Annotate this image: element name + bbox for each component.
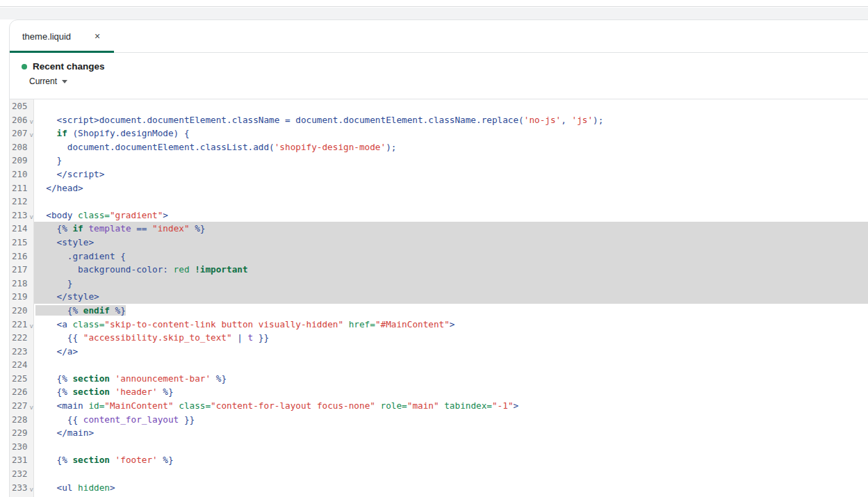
code-line-content[interactable] xyxy=(34,99,868,113)
code-line-content[interactable]: <main id="MainContent" class="content-fo… xyxy=(34,399,868,413)
line-number: 215 xyxy=(12,237,27,247)
editor-card: theme.liquid × Recent changes Current 20… xyxy=(9,19,868,497)
code-line-content[interactable]: {{ "accessibility.skip_to_text" | t }} xyxy=(34,331,868,345)
line-gutter: 219 xyxy=(10,290,34,304)
line-number: 225 xyxy=(12,373,27,384)
code-line-content[interactable]: <style> xyxy=(34,236,868,250)
code-line-content[interactable] xyxy=(34,358,868,372)
line-gutter: 213v xyxy=(10,209,34,222)
code-line-content[interactable]: <ul hidden> xyxy=(34,481,868,495)
line-number: 224 xyxy=(12,359,27,370)
code-line: 231 {% section 'footer' %} xyxy=(10,453,868,467)
code-line: 223 </a> xyxy=(10,345,868,359)
line-gutter: 217 xyxy=(10,263,34,277)
tab-close-icon[interactable]: × xyxy=(95,31,100,41)
line-gutter: 205 xyxy=(10,99,34,113)
line-gutter: 230 xyxy=(10,440,34,454)
line-gutter: 221v xyxy=(10,318,34,332)
code-line-content[interactable]: } xyxy=(34,277,868,291)
line-number: 214 xyxy=(12,223,27,234)
code-line-content[interactable]: {% section 'footer' %} xyxy=(34,453,868,467)
code-line: 224 xyxy=(10,358,868,372)
tab-label: theme.liquid xyxy=(22,31,71,42)
code-line-content[interactable]: <a class="skip-to-content-link button vi… xyxy=(34,318,868,332)
code-line: 229 </main> xyxy=(10,426,868,440)
line-gutter: 207v xyxy=(10,127,34,140)
code-line-content[interactable]: <body class="gradient"> xyxy=(34,209,868,222)
line-number: 228 xyxy=(12,414,27,425)
code-line-content[interactable]: </a> xyxy=(34,345,868,359)
code-line: 234 <li id="a11y-refresh-page-message">{… xyxy=(10,494,868,497)
code-line: 216 .gradient { xyxy=(10,250,868,263)
code-line-content[interactable] xyxy=(34,467,868,481)
version-dropdown[interactable]: Current xyxy=(29,76,67,86)
fold-toggle-icon[interactable]: v xyxy=(29,211,33,225)
line-number: 207 xyxy=(12,128,27,138)
line-gutter: 231 xyxy=(10,453,34,467)
code-line-content[interactable]: document.documentElement.classList.add('… xyxy=(34,140,868,154)
code-line: 233v <ul hidden> xyxy=(10,481,868,495)
code-line: 222 {{ "accessibility.skip_to_text" | t … xyxy=(10,331,868,345)
fold-toggle-icon[interactable]: v xyxy=(29,401,33,415)
recent-changes-title-row: Recent changes xyxy=(22,61,868,72)
code-line-content[interactable]: <li id="a11y-refresh-page-message">{{ 'a… xyxy=(34,494,868,497)
code-line-content[interactable]: .gradient { xyxy=(34,250,868,263)
line-gutter: 229 xyxy=(10,426,34,440)
line-gutter: 218 xyxy=(10,277,34,291)
code-line-content[interactable]: {% endif %} xyxy=(34,304,868,318)
code-line: 211 </head> xyxy=(10,181,868,195)
recent-changes-title: Recent changes xyxy=(33,61,105,72)
code-line: 232 xyxy=(10,467,868,481)
code-line-content[interactable]: <script>document.documentElement.classNa… xyxy=(34,113,868,127)
line-gutter: 232 xyxy=(10,467,34,481)
code-line: 210 </script> xyxy=(10,168,868,181)
code-line-content[interactable]: background-color: red !important xyxy=(34,263,868,277)
top-chrome-strip xyxy=(0,0,868,7)
code-line-content[interactable] xyxy=(34,195,868,209)
line-gutter: 227v xyxy=(10,399,34,413)
line-number: 211 xyxy=(12,183,27,193)
code-line: 221v <a class="skip-to-content-link butt… xyxy=(10,318,868,332)
line-gutter: 226 xyxy=(10,385,34,399)
fold-toggle-icon[interactable]: v xyxy=(29,320,33,334)
code-line-content[interactable]: {% section 'announcement-bar' %} xyxy=(34,372,868,386)
line-number: 213 xyxy=(12,210,27,220)
code-line-content[interactable]: </head> xyxy=(34,181,868,195)
line-number: 216 xyxy=(12,251,27,261)
line-number: 205 xyxy=(12,101,27,111)
tab-theme-liquid[interactable]: theme.liquid × xyxy=(10,20,114,52)
code-line-content[interactable]: } xyxy=(34,154,868,168)
line-number: 223 xyxy=(12,346,27,357)
line-number: 212 xyxy=(12,196,27,206)
active-tab-underline xyxy=(10,51,114,53)
code-line: 225 {% section 'announcement-bar' %} xyxy=(10,372,868,386)
code-line-content[interactable]: </style> xyxy=(34,290,868,304)
line-gutter: 215 xyxy=(10,236,34,250)
line-number: 229 xyxy=(12,427,27,438)
line-number: 220 xyxy=(12,305,27,316)
line-gutter: 211 xyxy=(10,181,34,195)
code-line: 206v <script>document.documentElement.cl… xyxy=(10,113,868,127)
status-dot-icon xyxy=(22,64,27,70)
line-number: 222 xyxy=(12,332,27,343)
code-line-content[interactable]: </script> xyxy=(34,168,868,181)
line-number: 232 xyxy=(12,469,27,479)
shopify-code-editor-screen: theme.liquid × Recent changes Current 20… xyxy=(0,0,868,497)
code-line: 208 document.documentElement.classList.a… xyxy=(10,140,868,154)
code-line: 226 {% section 'header' %} xyxy=(10,385,868,399)
code-line-content[interactable]: if (Shopify.designMode) { xyxy=(34,127,868,140)
tab-bar: theme.liquid × xyxy=(10,20,868,53)
line-number: 226 xyxy=(12,386,27,397)
code-line-content[interactable]: </main> xyxy=(34,426,868,440)
fold-toggle-icon[interactable]: v xyxy=(29,129,33,142)
code-line-content[interactable]: {% section 'header' %} xyxy=(34,385,868,399)
code-line: 218 } xyxy=(10,277,868,291)
code-editor[interactable]: 205206v <script>document.documentElement… xyxy=(10,99,868,497)
code-line-content[interactable]: {{ content_for_layout }} xyxy=(34,413,868,427)
line-number: 208 xyxy=(12,142,27,152)
fold-toggle-icon[interactable]: v xyxy=(29,115,33,129)
code-line-content[interactable] xyxy=(34,440,868,454)
code-line: 214 {% if template == "index" %} xyxy=(10,222,868,236)
fold-toggle-icon[interactable]: v xyxy=(29,483,33,497)
code-line-content[interactable]: {% if template == "index" %} xyxy=(34,222,868,236)
